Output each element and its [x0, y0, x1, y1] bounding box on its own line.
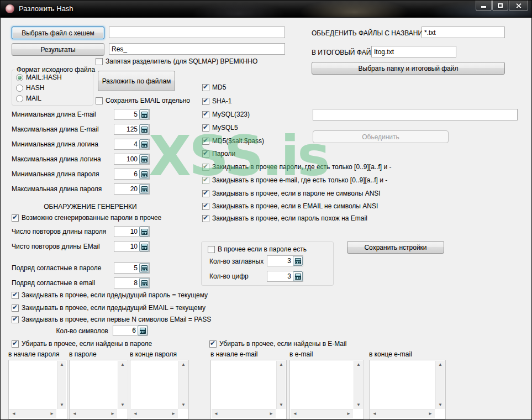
merge-mask-input[interactable] — [422, 27, 505, 38]
left-arrow-icon[interactable]: ◄ — [214, 412, 218, 416]
right-arrow-icon[interactable]: ► — [269, 412, 273, 416]
horizontal-scrollbar[interactable]: ◄► — [70, 409, 117, 418]
horizontal-scrollbar[interactable]: ◄► — [131, 409, 178, 418]
minimize-button[interactable] — [476, 1, 492, 11]
calculator-icon[interactable] — [293, 271, 303, 281]
left-arrow-icon[interactable]: ◄ — [372, 412, 377, 416]
hex-passwords-to-other-checkbox[interactable]: Закидывать в прочее пароли, где есть тол… — [202, 163, 392, 171]
horizontal-scrollbar[interactable]: ◄► — [212, 409, 276, 418]
right-arrow-icon[interactable]: ► — [50, 412, 54, 416]
vertical-scrollbar[interactable]: ▲▼ — [118, 361, 127, 409]
left-arrow-icon[interactable]: ◄ — [133, 412, 138, 416]
up-arrow-icon[interactable]: ▲ — [60, 363, 64, 367]
prev-email-equals-checkbox[interactable]: Закидывать в прочее, если пдедыдущий EMA… — [12, 304, 206, 312]
right-arrow-icon[interactable]: ► — [346, 412, 351, 416]
down-arrow-icon[interactable]: ▼ — [279, 403, 283, 407]
horizontal-scrollbar[interactable]: ◄► — [291, 409, 353, 418]
radio-hash[interactable]: HASH — [16, 84, 44, 92]
maximize-button[interactable] — [492, 1, 508, 11]
consonants-password-field[interactable]: 5 — [114, 262, 150, 274]
split-to-files-button[interactable]: Разложить по файлам — [98, 71, 175, 91]
merge-path-input[interactable] — [313, 109, 518, 120]
calculator-icon[interactable] — [139, 154, 149, 164]
vertical-scrollbar[interactable]: ▲▼ — [435, 361, 445, 409]
calculator-icon[interactable] — [139, 242, 149, 251]
max-password-length-field[interactable]: 20 — [114, 183, 150, 195]
up-arrow-icon[interactable]: ▲ — [279, 363, 283, 367]
hash-type-mysql323-checkbox[interactable]: MySQL(323) — [202, 111, 250, 118]
vertical-scrollbar[interactable]: ▲▼ — [354, 361, 363, 409]
down-arrow-icon[interactable]: ▼ — [120, 403, 125, 407]
calculator-icon[interactable] — [139, 124, 149, 134]
hash-type-md5salt-checkbox[interactable]: MD5($salt.$pass) — [202, 137, 264, 145]
password-contains-checkbox[interactable]: В прочее если в пароле есть — [208, 245, 307, 253]
min-login-length-field[interactable]: 4 — [114, 139, 150, 150]
first-n-symbols-checkbox[interactable]: Закидывать в прочее, если первые N симво… — [12, 316, 211, 323]
vertical-scrollbar[interactable]: ▲▼ — [178, 361, 188, 409]
prev-password-equals-checkbox[interactable]: Закидывать в прочее, если пдедыдущий пар… — [12, 291, 208, 299]
left-arrow-icon[interactable]: ◄ — [72, 412, 77, 416]
comma-separator-checkbox[interactable]: Запятая разделитель (для SQLMAP) ВРЕМКНН… — [96, 57, 257, 65]
up-arrow-icon[interactable]: ▲ — [356, 363, 361, 367]
remove-in-password-checkbox[interactable]: Убирать в прочее, если найдены в пароле — [12, 340, 152, 348]
down-arrow-icon[interactable]: ▼ — [438, 403, 443, 407]
right-arrow-icon[interactable]: ► — [110, 412, 115, 416]
left-arrow-icon[interactable]: ◄ — [12, 412, 16, 416]
hash-type-mysql5-checkbox[interactable]: MySQL5 — [202, 124, 238, 132]
up-arrow-icon[interactable]: ▲ — [120, 363, 125, 367]
calculator-icon[interactable] — [139, 169, 149, 179]
non-ansi-password-checkbox[interactable]: Закидывать в прочее, если в пароле не си… — [202, 190, 381, 197]
calculator-icon[interactable] — [138, 326, 148, 335]
calculator-icon[interactable] — [139, 184, 149, 194]
save-settings-button[interactable]: Сохранить нстройки — [347, 241, 444, 254]
listbox-password-end[interactable]: ▲▼ ◄► — [130, 360, 189, 419]
listbox-password-middle[interactable]: ▲▼ ◄► — [69, 360, 128, 419]
hex-emails-to-other-checkbox[interactable]: Закидывать в прочее e-mail, где есть тол… — [202, 176, 387, 184]
calculator-icon[interactable] — [139, 278, 149, 288]
down-arrow-icon[interactable]: ▼ — [181, 403, 186, 407]
generated-passwords-checkbox[interactable]: Возможно сгенерированные пароли в прочее — [12, 214, 161, 222]
hash-type-md5-checkbox[interactable]: MD5 — [202, 83, 226, 91]
left-arrow-icon[interactable]: ◄ — [293, 412, 297, 416]
calculator-icon[interactable] — [293, 256, 303, 266]
calculator-icon[interactable] — [139, 139, 149, 149]
calculator-icon[interactable] — [139, 109, 149, 119]
down-arrow-icon[interactable]: ▼ — [356, 403, 361, 407]
right-arrow-icon[interactable]: ► — [171, 412, 176, 416]
vertical-scrollbar[interactable]: ▲▼ — [276, 361, 286, 409]
titlebar[interactable]: Разложить Hash — [1, 1, 531, 18]
uppercase-count-field[interactable]: 3 — [267, 255, 303, 266]
password-like-email-checkbox[interactable]: Закидывать в прочее, если пароль похож н… — [202, 214, 367, 222]
listbox-email-end[interactable]: ▲▼ ◄► — [369, 360, 446, 419]
choose-hash-file-button[interactable]: Выбрать файл с хешем — [12, 27, 104, 39]
non-ansi-email-checkbox[interactable]: Закидывать в прочее, если в EMAIL не сим… — [202, 202, 378, 210]
close-button[interactable] — [509, 1, 528, 11]
remove-in-email-checkbox[interactable]: Убирать в прочее, если найдены в E-Mail — [209, 340, 346, 348]
calculator-icon[interactable] — [139, 263, 149, 273]
final-file-input[interactable] — [371, 46, 456, 57]
merge-button[interactable]: Обьединить — [313, 130, 449, 143]
hash-file-path-input[interactable] — [109, 27, 285, 38]
max-email-length-field[interactable]: 125 — [114, 124, 150, 135]
radio-mail[interactable]: MAIL — [16, 95, 41, 102]
results-prefix-input[interactable] — [109, 43, 285, 55]
calculator-icon[interactable] — [139, 227, 149, 237]
horizontal-scrollbar[interactable]: ◄► — [9, 409, 56, 418]
vertical-scrollbar[interactable]: ▲▼ — [57, 361, 66, 409]
listbox-password-start[interactable]: ▲▼ ◄► — [8, 360, 67, 419]
hash-type-passwords-checkbox[interactable]: Пароли — [202, 150, 235, 158]
horizontal-scrollbar[interactable]: ◄► — [370, 409, 435, 418]
max-login-length-field[interactable]: 100 — [114, 154, 150, 165]
digits-count-field[interactable]: 3 — [267, 271, 303, 282]
symbols-count-field[interactable]: 6 — [113, 325, 148, 336]
listbox-email-middle[interactable]: ▲▼ ◄► — [289, 360, 364, 419]
results-button[interactable]: Результаты — [12, 43, 104, 56]
email-length-repeats-field[interactable]: 10 — [114, 241, 150, 252]
down-arrow-icon[interactable]: ▼ — [60, 403, 64, 407]
min-email-length-field[interactable]: 5 — [114, 109, 150, 120]
up-arrow-icon[interactable]: ▲ — [181, 363, 186, 367]
save-email-separately-checkbox[interactable]: Сохранять EMAIL отдельно — [96, 97, 190, 104]
password-length-repeats-field[interactable]: 10 — [114, 226, 150, 237]
up-arrow-icon[interactable]: ▲ — [438, 363, 443, 367]
right-arrow-icon[interactable]: ► — [428, 412, 433, 416]
